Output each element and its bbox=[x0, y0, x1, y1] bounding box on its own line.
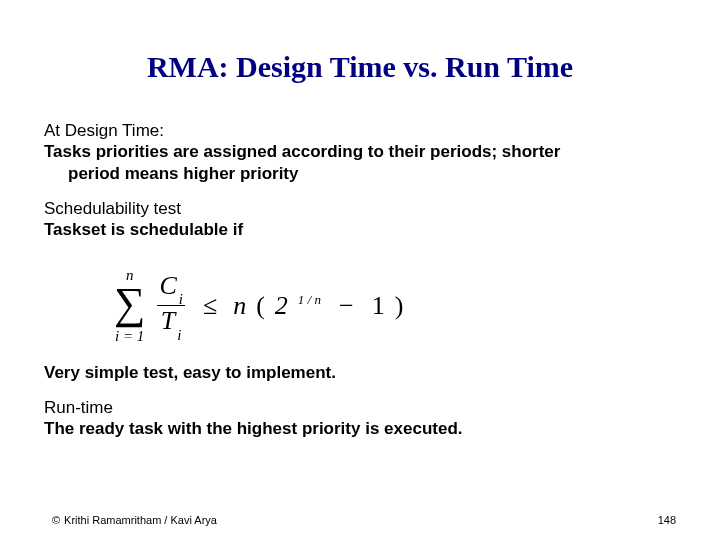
num-sub: i bbox=[177, 291, 183, 307]
design-time-line2: period means higher priority bbox=[44, 163, 676, 184]
den-sub: i bbox=[175, 327, 181, 343]
design-time-heading: At Design Time: bbox=[44, 120, 676, 141]
rparen: ) bbox=[395, 290, 404, 323]
design-time-line1: Tasks priorities are assigned according … bbox=[44, 141, 676, 162]
schedulability-section: Schedulability test Taskset is schedulab… bbox=[44, 198, 676, 241]
rhs-one: 1 bbox=[372, 290, 385, 323]
slide-title: RMA: Design Time vs. Run Time bbox=[44, 50, 676, 84]
schedulability-heading: Schedulability test bbox=[44, 198, 676, 219]
footer-credit-text: Krithi Ramamritham / Kavi Arya bbox=[64, 514, 217, 526]
footer-credit: © Krithi Ramamritham / Kavi Arya bbox=[52, 514, 217, 526]
fraction: Ci Ti bbox=[155, 273, 187, 338]
lparen: ( bbox=[256, 290, 265, 323]
slide-footer: © Krithi Ramamritham / Kavi Arya 148 bbox=[52, 514, 676, 526]
rhs-base: 2 bbox=[275, 290, 288, 323]
runtime-section: Run-time The ready task with the highest… bbox=[44, 397, 676, 440]
simple-test-line: Very simple test, easy to implement. bbox=[44, 362, 676, 383]
slide: RMA: Design Time vs. Run Time At Design … bbox=[0, 0, 720, 540]
num-var: C bbox=[159, 271, 176, 300]
schedulability-line1: Taskset is schedulable if bbox=[44, 219, 676, 240]
sigma-lower: i = 1 bbox=[115, 323, 144, 344]
slide-body: At Design Time: Tasks priorities are ass… bbox=[44, 120, 676, 439]
rhs-exp: 1 / n bbox=[298, 292, 321, 308]
sigma-symbol: ∑ bbox=[114, 285, 145, 322]
schedulability-formula: n ∑ i = 1 Ci Ti ≤ n (21 / n −1) bbox=[44, 254, 676, 361]
fraction-numerator: Ci bbox=[157, 273, 185, 305]
rhs-n: n bbox=[233, 290, 246, 323]
page-number: 148 bbox=[658, 514, 676, 526]
runtime-line1: The ready task with the highest priority… bbox=[44, 418, 676, 439]
design-time-section: At Design Time: Tasks priorities are ass… bbox=[44, 120, 676, 184]
runtime-heading: Run-time bbox=[44, 397, 676, 418]
fraction-denominator: Ti bbox=[159, 306, 184, 338]
copyright-icon: © bbox=[52, 514, 60, 526]
leq-operator: ≤ bbox=[197, 290, 223, 323]
minus-operator: − bbox=[331, 290, 362, 323]
sigma-block: n ∑ i = 1 bbox=[114, 268, 145, 343]
den-var: T bbox=[161, 306, 175, 335]
